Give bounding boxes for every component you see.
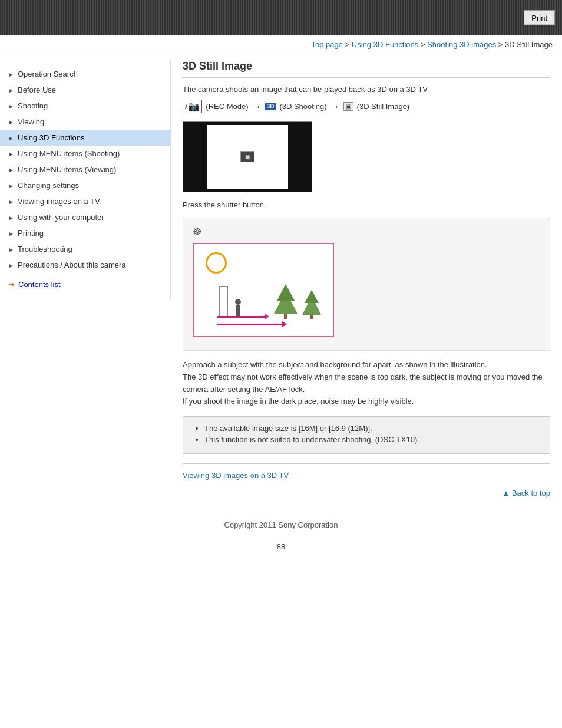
- sidebar-item-viewing[interactable]: ► Viewing: [0, 114, 170, 130]
- breadcrumb-top-page[interactable]: Top page: [312, 40, 343, 49]
- sidebar-item-precautions[interactable]: ► Precautions / About this camera: [0, 257, 170, 273]
- main-content: 3D Still Image The camera shoots an imag…: [171, 60, 562, 513]
- sun-icon: [206, 252, 227, 274]
- sidebar-item-menu-shooting[interactable]: ► Using MENU items (Shooting): [0, 146, 170, 162]
- contents-list-link[interactable]: ➔ Contents list: [0, 275, 170, 294]
- still-image-icon: ▣: [343, 102, 353, 111]
- hint-box: ☸: [183, 218, 550, 351]
- hint-icon: ☸: [193, 225, 540, 238]
- copyright-bar: Copyright 2011 Sony Corporation: [0, 513, 562, 536]
- sidebar-item-shooting[interactable]: ► Shooting: [0, 98, 170, 114]
- arrow-icon: ►: [8, 230, 14, 236]
- sidebar-item-printing[interactable]: ► Printing: [0, 225, 170, 241]
- arrow-bar2: [217, 324, 282, 325]
- illustration: [193, 243, 334, 337]
- sidebar-item-using-3d[interactable]: ► Using 3D Functions: [0, 130, 170, 146]
- arrow-icon: ►: [8, 119, 14, 125]
- arrow-icon: ►: [8, 262, 14, 268]
- rec-mode-label: (REC Mode): [206, 102, 248, 111]
- camera-diagram: ▣: [183, 121, 312, 192]
- contents-list-label[interactable]: Contents list: [18, 280, 61, 289]
- arrow-right-icon2: →: [330, 101, 340, 112]
- arrow-icon: ►: [8, 167, 14, 173]
- 3d-shooting-icon: 3D: [265, 103, 276, 110]
- approach-text: Approach a subject with the subject and …: [183, 359, 550, 408]
- still-image-label: (3D Still Image): [357, 102, 410, 111]
- arrow-head2: [282, 321, 287, 327]
- sidebar-item-before-use[interactable]: ► Before Use: [0, 82, 170, 98]
- breadcrumb: Top page > Using 3D Functions > Shooting…: [0, 35, 562, 54]
- shutter-text: Press the shutter button.: [183, 200, 550, 209]
- 3d-shooting-label: (3D Shooting): [279, 102, 326, 111]
- rec-mode-line: i 📷 (REC Mode) → 3D (3D Shooting) → ▣ (3…: [183, 100, 550, 113]
- arrow-icon: ►: [8, 215, 14, 220]
- breadcrumb-shooting-3d[interactable]: Shooting 3D images: [427, 40, 496, 49]
- arrow-icon: ►: [8, 246, 14, 252]
- page-title: 3D Still Image: [183, 60, 550, 78]
- arrow-bar1: [217, 316, 265, 318]
- arrow-right-icon: →: [252, 101, 262, 112]
- intro-text: The camera shoots an image that can be p…: [183, 85, 550, 94]
- breadcrumb-using-3d[interactable]: Using 3D Functions: [352, 40, 418, 49]
- copyright-text: Copyright 2011 Sony Corporation: [224, 521, 338, 529]
- breadcrumb-current: 3D Still Image: [505, 40, 553, 49]
- sidebar-item-menu-viewing[interactable]: ► Using MENU items (Viewing): [0, 162, 170, 177]
- notes-list: The available image size is [16M] or [16…: [193, 424, 540, 444]
- note-item-1: The available image size is [16M] or [16…: [204, 424, 540, 433]
- sidebar-item-viewing-tv[interactable]: ► Viewing images on a TV: [0, 193, 170, 209]
- sidebar: ► Operation Search ► Before Use ► Shooti…: [0, 60, 171, 299]
- note-item-2: This function is not suited to underwate…: [204, 435, 540, 444]
- sidebar-item-using-computer[interactable]: ► Using with your computer: [0, 209, 170, 225]
- arrow-icon: ►: [8, 71, 14, 77]
- footer-row: Back to top: [183, 485, 550, 501]
- arrow-icon: ►: [8, 87, 14, 93]
- page-layout: ► Operation Search ► Before Use ► Shooti…: [0, 60, 562, 513]
- sidebar-item-operation-search[interactable]: ► Operation Search: [0, 66, 170, 82]
- sidebar-item-changing-settings[interactable]: ► Changing settings: [0, 177, 170, 193]
- arrow-icon: ►: [8, 103, 14, 109]
- see-also-section: Viewing 3D images on a 3D TV: [183, 463, 550, 480]
- page-number: 88: [0, 536, 562, 557]
- arrow-right-icon: ➔: [8, 280, 15, 289]
- print-button[interactable]: Print: [524, 11, 555, 25]
- arrow-icon: ►: [8, 199, 14, 205]
- arrow-icon: ►: [8, 135, 14, 141]
- rec-mode-icon: i 📷: [183, 100, 202, 113]
- arrow-head1: [265, 314, 269, 319]
- camera-small-icon: ▣: [240, 151, 254, 162]
- arrow-icon: ►: [8, 183, 14, 189]
- arrow-icon: ►: [8, 151, 14, 157]
- arrows: [217, 314, 312, 329]
- notes-box: The available image size is [16M] or [16…: [183, 416, 550, 454]
- see-also-link[interactable]: Viewing 3D images on a 3D TV: [183, 471, 289, 480]
- sidebar-item-troubleshooting[interactable]: ► Troubleshooting: [0, 241, 170, 257]
- header-bar: Print: [0, 0, 562, 35]
- back-to-top-link[interactable]: Back to top: [502, 489, 550, 498]
